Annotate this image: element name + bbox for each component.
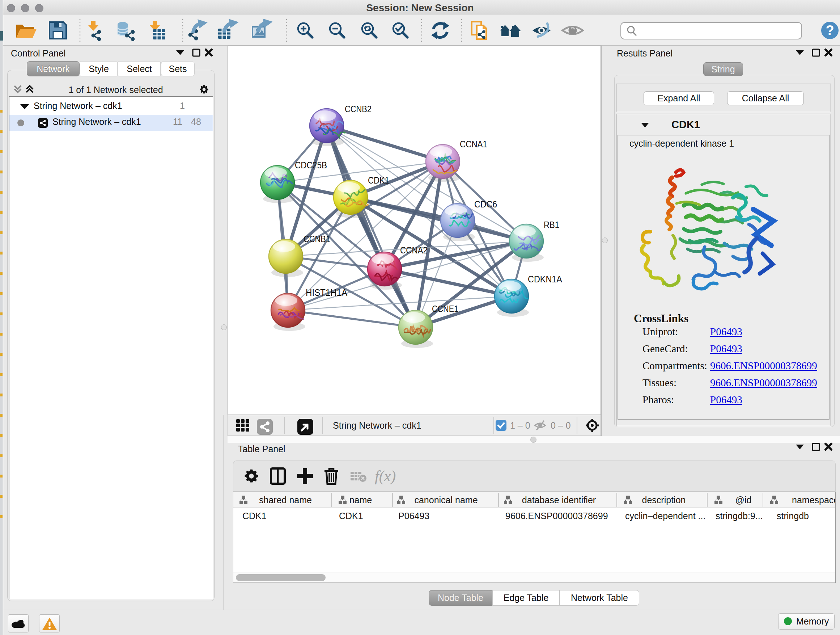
svg-text:CDK1: CDK1 [368,175,389,186]
svg-text:CCNB2: CCNB2 [345,103,371,114]
svg-text:CCNA2: CCNA2 [400,245,428,256]
svg-text:@id: @id [736,495,752,505]
svg-text:CCNA1: CCNA1 [460,139,487,149]
svg-text:CDC25B: CDC25B [295,160,327,171]
svg-text:shared name: shared name [259,495,312,505]
svg-text:HIST1H1A: HIST1H1A [306,287,347,298]
svg-text:CDC6: CDC6 [474,199,497,210]
svg-text:1 – 0: 1 – 0 [510,420,531,431]
svg-text:RB1: RB1 [544,219,559,230]
svg-text:0 – 0: 0 – 0 [551,420,571,431]
svg-text:name: name [349,495,372,505]
svg-text:CDKN1A: CDKN1A [528,274,562,285]
svg-text:description: description [642,495,686,505]
svg-text:f(x): f(x) [375,468,396,485]
svg-text:namespace: namespace [792,495,835,505]
svg-text:String Network – cdk1: String Network – cdk1 [333,420,422,431]
svg-text:database identifier: database identifier [522,495,596,505]
svg-text:CCNB1: CCNB1 [303,233,330,244]
svg-text:?: ? [826,23,834,38]
svg-text:CCNE1: CCNE1 [432,303,458,314]
svg-text:canonical name: canonical name [414,495,477,505]
